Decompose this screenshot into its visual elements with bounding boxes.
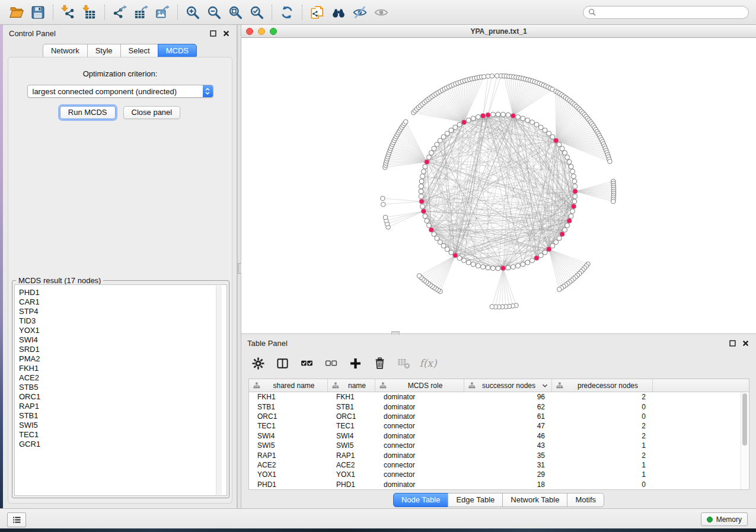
mcds-result-item[interactable]: PHD1 bbox=[19, 288, 227, 297]
mcds-result-item[interactable]: YOX1 bbox=[19, 326, 227, 335]
table-cell: 31 bbox=[464, 461, 552, 469]
open-file-button[interactable] bbox=[6, 2, 27, 23]
tab-motifs[interactable]: Motifs bbox=[567, 493, 604, 507]
delete-row-button[interactable] bbox=[370, 353, 389, 373]
mcds-result-item[interactable]: FKH1 bbox=[19, 364, 227, 373]
tab-network-table[interactable]: Network Table bbox=[502, 493, 567, 507]
run-mcds-button[interactable]: Run MCDS bbox=[60, 106, 116, 119]
control-panel-close-icon[interactable] bbox=[221, 28, 231, 38]
export-network-button[interactable] bbox=[109, 2, 130, 23]
mcds-result-item[interactable]: RAP1 bbox=[19, 402, 227, 411]
mcds-result-item[interactable]: ORC1 bbox=[19, 392, 227, 402]
network-graph[interactable] bbox=[241, 38, 756, 334]
select-all-button[interactable] bbox=[297, 353, 316, 373]
deselect-all-icon bbox=[324, 357, 338, 370]
table-cell: 2 bbox=[552, 432, 653, 440]
table-row[interactable]: ACE2ACE2connector311 bbox=[249, 460, 749, 470]
split-columns-button[interactable] bbox=[273, 353, 292, 373]
table-row[interactable]: FKH1FKH1dominator962 bbox=[249, 392, 749, 402]
search-box[interactable] bbox=[583, 6, 749, 19]
optimization-criterion-select[interactable]: largest connected component (undirected) bbox=[27, 85, 213, 98]
mcds-result-item[interactable]: SRD1 bbox=[19, 345, 227, 354]
save-session-icon bbox=[30, 5, 46, 20]
mcds-result-item[interactable]: SWI5 bbox=[19, 421, 227, 430]
deselect-all-button[interactable] bbox=[321, 353, 340, 373]
vertical-splitter[interactable] bbox=[237, 25, 241, 508]
table-row[interactable]: SWI5SWI5connector431 bbox=[249, 441, 749, 450]
tab-select[interactable]: Select bbox=[120, 44, 158, 58]
mcds-panel: Optimization criterion: largest connecte… bbox=[8, 57, 232, 504]
tab-network[interactable]: Network bbox=[43, 44, 88, 58]
table-cell: dominator bbox=[375, 451, 464, 460]
apply-layout-button[interactable] bbox=[276, 2, 298, 23]
search-input[interactable] bbox=[599, 7, 744, 18]
mcds-result-item[interactable]: CAR1 bbox=[19, 297, 227, 307]
tab-node-table[interactable]: Node Table bbox=[393, 493, 449, 507]
table-row[interactable]: TEC1TEC1connector472 bbox=[249, 421, 749, 431]
table-row[interactable]: RAP1RAP1dominator352 bbox=[249, 450, 749, 460]
mcds-result-item[interactable]: STB5 bbox=[19, 383, 227, 392]
table-cell: SWI5 bbox=[249, 441, 328, 450]
mcds-result-item[interactable]: PMA2 bbox=[19, 354, 227, 364]
table-scrollbar-thumb[interactable] bbox=[742, 393, 747, 446]
search-network-button[interactable] bbox=[328, 2, 349, 23]
table-scrollbar bbox=[741, 392, 748, 489]
table-cell: 2 bbox=[552, 393, 653, 401]
task-history-button[interactable] bbox=[7, 512, 26, 527]
column-header-name[interactable]: name bbox=[328, 379, 375, 392]
zoom-in-button[interactable] bbox=[182, 2, 203, 23]
table-panel-float-icon[interactable] bbox=[728, 338, 737, 348]
table-cell: 0 bbox=[552, 412, 653, 421]
table-row[interactable]: SWI4SWI4dominator462 bbox=[249, 431, 749, 441]
zoom-fit-button[interactable] bbox=[225, 2, 246, 23]
export-table-icon bbox=[133, 5, 149, 20]
mcds-result-item[interactable]: STB1 bbox=[19, 411, 227, 421]
export-table-button[interactable] bbox=[130, 2, 152, 23]
mcds-result-item[interactable]: STP4 bbox=[19, 307, 227, 316]
table-panel-close-icon[interactable] bbox=[741, 338, 750, 348]
mcds-list-scrollbar[interactable] bbox=[216, 286, 222, 495]
table-cell: dominator bbox=[375, 432, 464, 440]
toolbar-separator bbox=[53, 5, 53, 20]
network-window-titlebar: YPA_prune.txt_1 bbox=[241, 25, 756, 38]
column-header-successor-nodes[interactable]: successor nodes bbox=[464, 379, 552, 392]
save-session-button[interactable] bbox=[27, 2, 49, 23]
tab-mcds[interactable]: MCDS bbox=[158, 44, 197, 58]
mcds-result-item[interactable]: SWI4 bbox=[19, 335, 227, 345]
zoom-out-button[interactable] bbox=[203, 2, 225, 23]
zoom-selected-button[interactable] bbox=[246, 2, 267, 23]
table-row[interactable]: YOX1YOX1connector291 bbox=[249, 470, 749, 479]
list-icon bbox=[12, 515, 22, 525]
mcds-result-item[interactable]: ACE2 bbox=[19, 373, 227, 383]
control-panel-float-icon[interactable] bbox=[208, 28, 218, 38]
tab-edge-table[interactable]: Edge Table bbox=[448, 493, 503, 507]
table-row[interactable]: STB1STB1dominator620 bbox=[249, 402, 749, 411]
mcds-result-item[interactable]: GCR1 bbox=[19, 440, 227, 449]
hide-selected-button[interactable] bbox=[349, 2, 371, 23]
add-row-button[interactable] bbox=[346, 353, 365, 373]
clone-network-button[interactable] bbox=[307, 2, 328, 23]
mcds-result-item[interactable]: TID3 bbox=[19, 316, 227, 326]
column-header-shared-name[interactable]: shared name bbox=[249, 379, 328, 392]
table-cell: 2 bbox=[552, 422, 653, 430]
import-table-button[interactable] bbox=[79, 2, 100, 23]
table-cell: YOX1 bbox=[328, 470, 375, 479]
table-cell: connector bbox=[375, 470, 464, 479]
column-header-predecessor-nodes[interactable]: predecessor nodes bbox=[552, 379, 653, 392]
tab-style[interactable]: Style bbox=[87, 44, 121, 58]
close-panel-button[interactable]: Close panel bbox=[123, 106, 181, 119]
table-cell: 0 bbox=[552, 480, 653, 489]
mcds-result-list[interactable]: PHD1CAR1STP4TID3YOX1SWI4SRD1PMA2FKH1ACE2… bbox=[14, 284, 227, 496]
export-image-button[interactable] bbox=[152, 2, 173, 23]
column-header-MCDS-role[interactable]: MCDS role bbox=[375, 379, 464, 392]
table-cell: ORC1 bbox=[328, 412, 375, 421]
table-row[interactable]: ORC1ORC1dominator610 bbox=[249, 412, 749, 421]
memory-button[interactable]: Memory bbox=[701, 512, 748, 526]
network-canvas[interactable] bbox=[241, 38, 756, 334]
mcds-result-item[interactable]: TEC1 bbox=[19, 430, 227, 440]
optimization-criterion-label: Optimization criterion: bbox=[8, 69, 232, 78]
import-network-button[interactable] bbox=[58, 2, 79, 23]
table-row[interactable]: PHD1PHD1dominator180 bbox=[249, 480, 749, 489]
settings-button[interactable] bbox=[248, 353, 267, 373]
export-image-icon bbox=[155, 5, 170, 20]
